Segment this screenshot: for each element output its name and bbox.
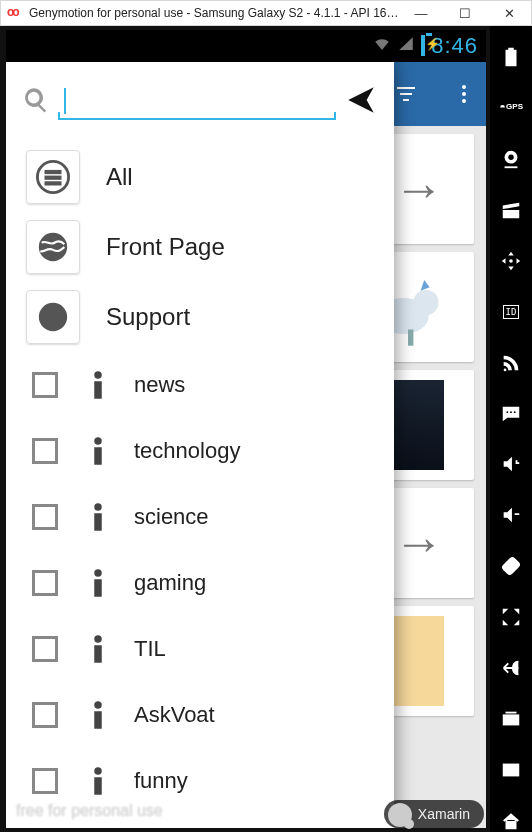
drawer-item-label: Support [106, 303, 190, 331]
svg-rect-26 [94, 447, 102, 465]
volume-up-icon[interactable] [499, 453, 523, 476]
svg-point-1 [508, 155, 514, 161]
gps-icon[interactable]: GPS [499, 97, 523, 120]
phone-screen: ⚡ 8:46 → → [6, 30, 486, 828]
svg-point-35 [94, 767, 102, 775]
svg-point-9 [462, 85, 466, 89]
svg-point-4 [510, 411, 512, 413]
svg-point-10 [462, 92, 466, 96]
info-icon [88, 370, 108, 400]
svg-point-2 [509, 259, 513, 263]
drawer-item[interactable]: science [6, 484, 394, 550]
svg-rect-18 [45, 176, 62, 180]
checkbox[interactable] [32, 570, 58, 596]
svg-rect-28 [94, 513, 102, 531]
window-maximize-button[interactable]: ☐ [443, 0, 487, 26]
window-title: Genymotion for personal use - Samsung Ga… [29, 6, 399, 20]
search-icon [22, 86, 50, 118]
emulator-controls-rail: GPS ID [490, 26, 532, 832]
search-row [6, 62, 394, 142]
xamarin-badge: Xamarin [384, 800, 484, 828]
svg-rect-15 [408, 330, 413, 346]
drawer-item-label: All [106, 163, 133, 191]
badge-label: Xamarin [418, 806, 470, 822]
svg-point-31 [94, 635, 102, 643]
android-back-icon[interactable] [499, 657, 523, 680]
clapper-icon[interactable] [499, 199, 523, 222]
svg-rect-24 [94, 381, 102, 399]
rss-icon[interactable] [499, 351, 523, 374]
fullscreen-icon[interactable] [499, 606, 523, 629]
checkbox[interactable] [32, 702, 58, 728]
drawer-item-label: science [134, 504, 209, 530]
svg-point-3 [506, 411, 508, 413]
watermark-text: free for personal use [16, 802, 163, 820]
wifi-icon [373, 35, 391, 57]
drawer-item-label: Front Page [106, 233, 225, 261]
drawer-top-item-all[interactable]: All [6, 142, 394, 212]
arrow-right-icon: → [394, 160, 444, 218]
svg-point-29 [94, 569, 102, 577]
globe-icon [26, 220, 80, 274]
android-statusbar: ⚡ 8:46 [6, 30, 486, 62]
checkbox[interactable] [32, 372, 58, 398]
svg-point-5 [514, 411, 516, 413]
drawer-top-item-frontpage[interactable]: Front Page [6, 212, 394, 282]
svg-point-23 [94, 371, 102, 379]
checkbox[interactable] [32, 768, 58, 794]
dpad-icon[interactable] [499, 250, 523, 273]
checkbox[interactable] [32, 438, 58, 464]
drawer-item[interactable]: technology [6, 418, 394, 484]
checkbox[interactable] [32, 636, 58, 662]
webcam-icon[interactable] [499, 148, 523, 171]
info-icon [88, 634, 108, 664]
navigation-drawer: All Front Page Support news [6, 62, 394, 828]
drawer-item[interactable]: AskVoat [6, 682, 394, 748]
svg-rect-7 [504, 715, 519, 724]
info-icon [88, 568, 108, 598]
window-close-button[interactable]: ✕ [487, 0, 531, 26]
svg-rect-36 [94, 777, 102, 795]
volume-down-icon[interactable] [499, 504, 523, 527]
checkbox[interactable] [32, 504, 58, 530]
info-icon [88, 700, 108, 730]
sms-icon[interactable] [499, 402, 523, 425]
overflow-menu-icon[interactable] [450, 80, 478, 108]
drawer-top-item-support[interactable]: Support [6, 282, 394, 352]
drawer-item[interactable]: TIL [6, 616, 394, 682]
input-underline [58, 118, 336, 120]
battery-icon[interactable] [499, 46, 523, 69]
svg-rect-30 [94, 579, 102, 597]
drawer-item-label: technology [134, 438, 240, 464]
drawer-item-label: AskVoat [134, 702, 215, 728]
filter-icon[interactable] [392, 80, 420, 108]
wechat-icon [388, 803, 412, 827]
android-home-icon[interactable] [499, 809, 523, 832]
rotate-icon[interactable] [499, 555, 523, 578]
svg-rect-8 [504, 764, 519, 775]
svg-rect-34 [94, 711, 102, 729]
info-icon [88, 766, 108, 796]
svg-point-11 [462, 99, 466, 103]
android-recent-icon[interactable] [499, 707, 523, 730]
grid-icon [26, 150, 80, 204]
android-multiwindow-icon[interactable] [499, 758, 523, 781]
drawer-item-label: TIL [134, 636, 166, 662]
submit-search-icon[interactable] [344, 83, 378, 121]
signal-icon [397, 35, 415, 57]
search-field-wrapper [58, 80, 336, 124]
battery-charging-icon: ⚡ [421, 37, 425, 55]
drawer-item[interactable]: news [6, 352, 394, 418]
info-icon [88, 436, 108, 466]
drawer-item-label: news [134, 372, 185, 398]
device-frame: GPS ID ⚡ 8:46 → [0, 26, 532, 832]
svg-point-33 [94, 701, 102, 709]
id-icon[interactable]: ID [499, 300, 523, 323]
drawer-item-label: gaming [134, 570, 206, 596]
svg-rect-17 [45, 170, 62, 174]
drawer-item[interactable]: gaming [6, 550, 394, 616]
info-icon [88, 502, 108, 532]
window-minimize-button[interactable]: — [399, 0, 443, 26]
drawer-list: All Front Page Support news [6, 142, 394, 828]
genymotion-icon: oo [7, 5, 23, 21]
